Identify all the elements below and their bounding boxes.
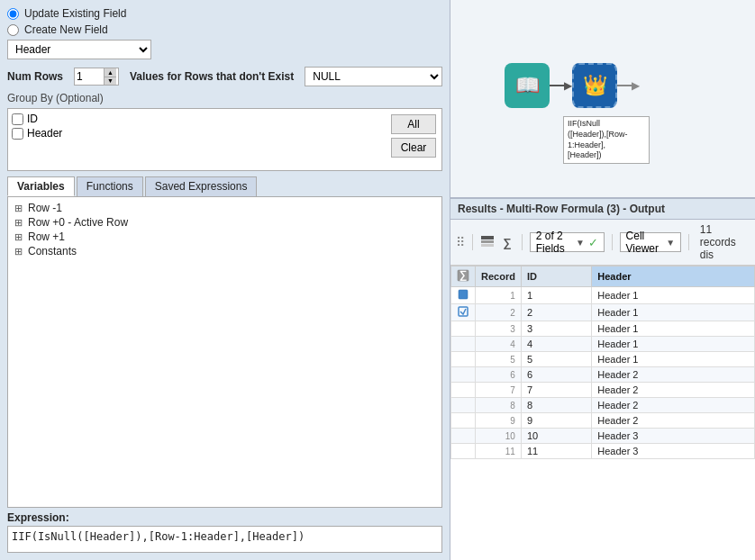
row-num: 9 xyxy=(476,413,522,429)
checkbox-header-label: Header xyxy=(27,127,62,140)
drag-handle-icon[interactable]: ⠿ xyxy=(456,235,465,249)
all-button[interactable]: All xyxy=(391,114,436,134)
variables-tree: ⊞ Row -1 ⊞ Row +0 - Active Row ⊞ Row +1 … xyxy=(7,197,442,508)
svg-rect-2 xyxy=(481,244,494,247)
row-id: 8 xyxy=(521,398,591,413)
null-select[interactable]: NULL xyxy=(305,67,442,86)
row-header: Header 3 xyxy=(592,429,755,444)
row-icon-col xyxy=(451,413,476,429)
function-icon-btn[interactable]: ∑ xyxy=(500,232,514,252)
fields-dropdown[interactable]: 2 of 2 Fields ▼ ✓ xyxy=(530,232,605,252)
toolbar-divider-4 xyxy=(688,234,689,250)
row-icon-col xyxy=(451,304,476,321)
checkbox-header[interactable] xyxy=(12,128,23,140)
th-record: Record xyxy=(476,266,522,287)
row-header: Header 3 xyxy=(592,444,755,459)
tree-row-minus1[interactable]: ⊞ Row -1 xyxy=(12,201,438,215)
row-header: Header 2 xyxy=(592,398,755,413)
canvas-area: 📖 ▶ 👑 IIF(IsNull([Header]),[Row-1:Header… xyxy=(450,0,755,198)
row-header: Header 1 xyxy=(592,304,755,321)
row-icon-col xyxy=(451,321,476,337)
expand-icon: ⊞ xyxy=(12,203,24,214)
formula-node-label: IIF(IsNull([Header]),[Row-1:Header],[Hea… xyxy=(563,116,650,164)
checkbox-id[interactable] xyxy=(12,113,23,125)
results-table-wrap: ∑ Record ID Header 11Header 122Header 13… xyxy=(450,266,755,560)
fields-count: 2 of 2 Fields xyxy=(536,230,572,255)
expand-icon: ⊞ xyxy=(12,231,24,243)
dropdown-arrow-icon: ▼ xyxy=(576,238,585,248)
row-id: 3 xyxy=(521,321,591,337)
row-id: 1 xyxy=(521,287,591,304)
tree-label-row-minus1: Row -1 xyxy=(28,202,62,214)
tree-label-constants: Constants xyxy=(28,245,77,257)
create-new-label: Create New Field xyxy=(24,23,108,36)
table-icon-btn[interactable] xyxy=(480,232,495,252)
row-num: 5 xyxy=(476,352,522,367)
num-rows-row: Num Rows ▲ ▼ Values for Rows that don't … xyxy=(7,67,442,86)
formula-node-wrap: 👑 IIF(IsNull([Header]),[Row-1:Header],[H… xyxy=(572,63,617,108)
workflow-nodes: 📖 ▶ 👑 IIF(IsNull([Header]),[Row-1:Header… xyxy=(505,63,640,108)
spinner-down[interactable]: ▼ xyxy=(104,77,116,86)
row-num: 4 xyxy=(476,337,522,352)
update-existing-label: Update Existing Field xyxy=(24,7,126,20)
field-select[interactable]: Header xyxy=(7,40,151,59)
create-new-radio[interactable] xyxy=(7,24,19,36)
spinner-up[interactable]: ▲ xyxy=(104,68,116,77)
table-row: 99Header 2 xyxy=(451,413,755,429)
formula-node-icon: 👑 xyxy=(583,74,607,97)
results-panel: Results - Multi-Row Formula (3) - Output… xyxy=(450,198,755,560)
toolbar-divider-1 xyxy=(472,234,473,250)
row-num: 8 xyxy=(476,398,522,413)
tree-constants[interactable]: ⊞ Constants xyxy=(12,244,438,258)
svg-rect-5 xyxy=(459,290,468,299)
row-header: Header 1 xyxy=(592,287,755,304)
th-header: Header xyxy=(592,266,755,287)
tree-row-plus1[interactable]: ⊞ Row +1 xyxy=(12,230,438,244)
cell-viewer-arrow: ▼ xyxy=(666,238,675,248)
group-by-box: ID Header All Clear xyxy=(7,108,442,171)
row-icon-col xyxy=(451,429,476,444)
records-info: 11 records dis xyxy=(700,223,750,261)
svg-rect-0 xyxy=(481,236,494,239)
cell-viewer-btn[interactable]: Cell Viewer ▼ xyxy=(620,232,682,252)
row-num: 6 xyxy=(476,367,522,383)
row-id: 11 xyxy=(521,444,591,459)
num-rows-spinner: ▲ ▼ xyxy=(74,68,119,86)
connector-2: ▶ xyxy=(617,79,640,92)
input-node[interactable]: 📖 xyxy=(505,63,550,108)
expand-icon: ⊞ xyxy=(12,217,24,229)
group-by-section: Group By (Optional) ID Header All Clear xyxy=(7,92,442,171)
row-icon-col xyxy=(451,398,476,413)
row-icon-col xyxy=(451,287,476,304)
left-panel: Update Existing Field Create New Field H… xyxy=(0,0,450,560)
checkbox-id-label: ID xyxy=(27,113,38,125)
clear-button[interactable]: Clear xyxy=(391,138,436,158)
results-header: Results - Multi-Row Formula (3) - Output xyxy=(450,199,755,220)
tab-functions[interactable]: Functions xyxy=(77,176,143,196)
update-existing-row: Update Existing Field xyxy=(7,7,442,20)
row-header: Header 1 xyxy=(592,337,755,352)
expression-value: IIF(IsNull([Header]),[Row-1:Header],[Hea… xyxy=(7,526,442,553)
field-select-row: Header xyxy=(7,40,442,59)
row-id: 6 xyxy=(521,367,591,383)
results-toolbar: ⠿ ∑ 2 of 2 Fields ▼ ✓ xyxy=(450,220,755,266)
tab-variables[interactable]: Variables xyxy=(7,176,75,196)
tree-row-0[interactable]: ⊞ Row +0 - Active Row xyxy=(12,215,438,230)
sum-icon: ∑ xyxy=(457,269,469,282)
checkbox-header-row: Header xyxy=(12,127,438,140)
table-row: 77Header 2 xyxy=(451,383,755,398)
update-existing-radio[interactable] xyxy=(7,8,19,20)
table-row: 11Header 1 xyxy=(451,287,755,304)
output-arrow-icon: ▶ xyxy=(632,79,640,92)
row-icon-col xyxy=(451,367,476,383)
num-rows-input[interactable] xyxy=(75,68,104,85)
table-icon xyxy=(480,235,495,249)
th-id: ID xyxy=(521,266,591,287)
row-id: 5 xyxy=(521,352,591,367)
input-node-wrap: 📖 xyxy=(505,63,550,108)
row-header: Header 2 xyxy=(592,413,755,429)
tabs-row: Variables Functions Saved Expressions xyxy=(7,176,442,197)
formula-node[interactable]: 👑 xyxy=(572,63,617,108)
row-num: 11 xyxy=(476,444,522,459)
tab-saved-expressions[interactable]: Saved Expressions xyxy=(145,176,258,196)
